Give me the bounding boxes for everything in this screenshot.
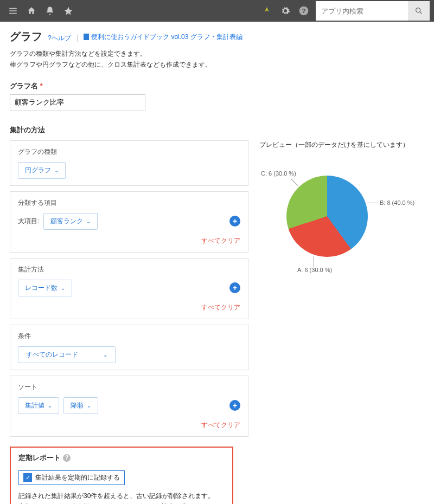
method-panel: 集計方法 レコード数⌄ + すべてクリア [10,258,248,319]
sort-order-select[interactable]: 降順⌄ [63,397,98,414]
grouping-select[interactable]: 顧客ランク⌄ [43,213,98,230]
periodic-report-section: 定期レポート? ✓ 集計結果を定期的に記録する 記録された集計結果が30件を超え… [10,447,233,504]
sort-field-select[interactable]: 集計値⌄ [18,397,59,414]
add-sort-button[interactable]: + [229,400,240,411]
svg-text:?: ? [302,7,305,14]
clear-sort-link[interactable]: すべてクリア [18,421,240,430]
home-icon[interactable] [23,2,40,20]
graph-name-label: グラフ名 [10,82,38,90]
clear-method-link[interactable]: すべてクリア [18,303,240,312]
book-icon [84,34,89,40]
menu-icon[interactable] [4,2,22,20]
page-title: グラフ [10,29,42,44]
guidebook-link[interactable]: 便利に使おうガイドブック vol.03 グラフ・集計表編 [84,33,242,42]
clear-grouping-link[interactable]: すべてクリア [18,236,240,245]
leaf-icon[interactable] [258,2,276,20]
chevron-down-icon: ⌄ [54,167,59,173]
search-button[interactable] [408,1,430,21]
svg-point-5 [416,8,420,12]
pie-label-b: B: 8 (40.0 %) [380,199,414,206]
chevron-down-icon: ⌄ [48,403,52,409]
gear-icon[interactable] [277,2,294,20]
aggregation-label: 集計の方法 [10,125,424,135]
condition-panel: 条件 すべてのレコード⌄ [10,325,248,370]
description-line: 棒グラフや円グラフなどの他に、クロス集計表なども作成できます。 [10,59,424,70]
help-icon[interactable]: ? [63,454,71,462]
add-method-button[interactable]: + [229,282,240,293]
add-grouping-button[interactable]: + [229,216,240,227]
method-select[interactable]: レコード数⌄ [18,280,72,296]
bell-icon[interactable] [41,2,59,20]
pie-chart: B: 8 (40.0 %) A: 6 (30.0 %) C: 6 (30.0 %… [259,159,409,279]
grouping-panel: 分類する項目 大項目: 顧客ランク⌄ + すべてクリア [10,191,248,253]
svg-line-6 [420,12,422,14]
condition-select[interactable]: すべてのレコード⌄ [18,346,116,363]
topbar: ? [0,0,434,22]
help-link[interactable]: ?ヘルプ [48,34,71,43]
periodic-checkbox-row[interactable]: ✓ 集計結果を定期的に記録する [18,470,125,485]
preview-label: プレビュー（一部のデータだけを基にしています） [259,140,424,150]
graph-type-panel: グラフの種類 円グラフ⌄ [10,140,248,186]
search-input[interactable] [316,3,408,20]
description-line: グラフの種類や集計方法などを設定できます。 [10,48,424,59]
pie-label-c: C: 6 (30.0 %) [261,170,296,177]
chevron-down-icon: ⌄ [61,285,65,291]
graph-name-input[interactable] [10,94,145,111]
chevron-down-icon: ⌄ [86,218,91,224]
report-label: 定期レポート [18,453,61,463]
pie-label-a: A: 6 (30.0 %) [297,267,332,273]
checkbox-icon: ✓ [23,473,32,482]
graph-type-select[interactable]: 円グラフ⌄ [18,162,66,179]
note-line: 定期レポートを一度有効にすると、このグラフの設定は変更できなくなります。 [18,501,225,504]
chevron-down-icon: ⌄ [103,352,107,358]
help-icon[interactable]: ? [295,2,312,20]
chevron-down-icon: ⌄ [87,403,91,409]
star-icon[interactable] [60,2,77,20]
sort-panel: ソート 集計値⌄ 降順⌄ + すべてクリア [10,376,248,437]
note-line: 記録された集計結果が30件を超えると、古い記録が削除されます。 [18,490,225,501]
